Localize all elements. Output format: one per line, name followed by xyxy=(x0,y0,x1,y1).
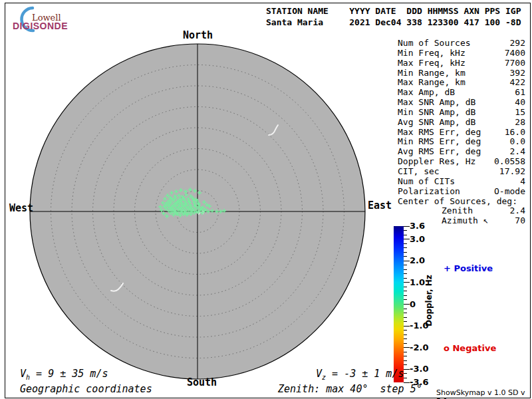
info-value: 0.0 xyxy=(510,136,525,146)
info-label: Num of Sources xyxy=(398,38,471,48)
info-label: Polarization xyxy=(398,186,460,196)
info-label: CIT, sec xyxy=(398,166,440,176)
horizontal-velocity-readout: Vh = 9 ± 35 m/s xyxy=(20,368,108,381)
colorbar-tick xyxy=(404,321,407,322)
colorbar-tick xyxy=(404,261,410,261)
colorbar-tick xyxy=(404,226,410,227)
colorbar-tick-label: 2.0 xyxy=(410,255,425,265)
colorbar-tick xyxy=(404,295,407,296)
colorbar-tick xyxy=(404,287,407,287)
info-label: Min RMS Err, deg xyxy=(398,136,481,146)
info-value: 292 xyxy=(510,38,525,48)
colorbar-tick-label: -1.0 xyxy=(410,321,428,331)
vh-symbol: V xyxy=(20,368,26,380)
info-value: 2.4 xyxy=(510,146,525,156)
coordinates-mode-label: Geographic coordinates xyxy=(20,383,152,395)
colorbar-tick xyxy=(404,382,410,383)
info-value: 17.92 xyxy=(499,166,525,176)
colorbar-tick xyxy=(404,364,407,365)
colorbar-tick xyxy=(404,347,410,348)
info-row: Max SNR Amp, dB40 xyxy=(398,97,525,107)
info-row: Avg RMS Err, deg2.4 xyxy=(398,146,525,156)
info-value: 4 xyxy=(520,176,525,186)
info-label: Doppler Res, Hz xyxy=(398,156,475,166)
colorbar-tick xyxy=(404,265,407,265)
station-header: STATION NAME YYYY DATE DDD HHMMSS AXN PP… xyxy=(266,5,521,28)
info-value: O-mode xyxy=(494,186,525,196)
colorbar-tick xyxy=(404,247,407,248)
info-row: Max Amp, dB61 xyxy=(398,87,525,97)
info-value: 392 xyxy=(510,68,525,78)
colorbar-tick-label: 1.0 xyxy=(410,277,425,287)
info-row: Num of CITs4 xyxy=(398,176,525,186)
info-label: Zenith xyxy=(442,205,473,215)
info-label: Max Range, km xyxy=(398,77,466,87)
info-row: CIT, sec17.92 xyxy=(398,166,525,176)
info-value: 7700 xyxy=(505,58,525,68)
measurement-info-panel: Num of Sources292Min Freq, kHz7400Max Fr… xyxy=(398,38,525,225)
colorbar-tick xyxy=(404,282,410,283)
legend-positive: + Positive xyxy=(444,263,493,273)
info-row: Min RMS Err, deg0.0 xyxy=(398,136,525,146)
info-row: Max Range, km422 xyxy=(398,77,525,87)
colorbar-tick xyxy=(404,243,407,244)
colorbar-tick xyxy=(404,326,410,327)
header-values-row: Santa Maria 2021 Dec04 338 123300 417 10… xyxy=(266,17,521,28)
info-row: Max RMS Err, deg16.0 xyxy=(398,127,525,137)
info-value: 15 xyxy=(515,107,525,117)
colorbar-tick-label: 0 xyxy=(410,299,416,309)
logo-digisonde-text: DIGISONDE xyxy=(13,21,68,31)
info-row: Center of Sources, deg: xyxy=(398,196,525,206)
doppler-colorbar xyxy=(394,226,404,382)
info-label: Min Freq, kHz xyxy=(398,48,466,58)
info-row: Max Freq, kHz7700 xyxy=(398,58,525,68)
showskymap-window: Lowell DIGISONDE STATION NAME YYYY DATE … xyxy=(0,0,532,399)
info-row: Min Freq, kHz7400 xyxy=(398,48,525,58)
info-row: Avg SNR Amp, dB28 xyxy=(398,117,525,127)
colorbar-tick xyxy=(404,273,407,274)
header-columns-row: STATION NAME YYYY DATE DDD HHMMSS AXN PP… xyxy=(266,5,521,17)
info-value: 2.4 xyxy=(510,205,525,215)
info-label: Max SNR Amp, dB xyxy=(398,97,475,107)
colorbar-tick xyxy=(404,317,407,318)
colorbar-tick xyxy=(404,252,407,253)
software-version-label: ShowSkymap v 1.0 SD v 5.1 xyxy=(436,388,532,399)
colorbar-tick xyxy=(404,235,407,235)
info-value: 0.0558 xyxy=(494,156,525,166)
colorbar-tick-label: 3.6 xyxy=(410,221,425,231)
info-value: 16.0 xyxy=(505,127,525,137)
colorbar-tick xyxy=(404,338,407,339)
info-label: Min Range, km xyxy=(398,68,466,78)
info-label: Max Freq, kHz xyxy=(398,58,466,68)
info-row: Num of Sources292 xyxy=(398,38,525,48)
info-label: Num of CITs xyxy=(398,176,455,186)
vz-value: = -3 ± 1 m/s xyxy=(326,368,404,380)
info-label: Center of Sources, deg: xyxy=(398,196,517,206)
colorbar-tick xyxy=(404,291,407,291)
info-value: 7400 xyxy=(505,48,525,58)
colorbar-tick xyxy=(404,256,407,257)
colorbar-tick xyxy=(404,304,410,305)
compass-label-south: South xyxy=(187,376,217,388)
colorbar-tick xyxy=(404,239,410,239)
info-value: 70 xyxy=(515,215,525,225)
colorbar-tick-label: -3.6 xyxy=(410,377,428,387)
compass-label-west: West xyxy=(9,202,33,214)
info-value: 40 xyxy=(515,97,525,107)
info-value: 28 xyxy=(515,117,525,127)
info-label: Avg RMS Err, deg xyxy=(398,146,481,156)
colorbar-tick-label: -2.0 xyxy=(410,342,428,352)
info-row: Zenith2.4 xyxy=(398,205,525,215)
colorbar-tick xyxy=(404,299,407,300)
colorbar-tick xyxy=(404,269,407,270)
colorbar-axis-title: Doppler, Hz xyxy=(424,275,434,327)
compass-label-north: North xyxy=(183,29,213,41)
compass-label-east: East xyxy=(368,200,392,211)
info-row: Doppler Res, Hz0.0558 xyxy=(398,156,525,166)
colorbar-tick xyxy=(404,313,407,313)
colorbar-tick xyxy=(404,360,407,361)
info-label: Azimuth ↖ xyxy=(442,215,488,225)
lowell-digisonde-logo: Lowell DIGISONDE xyxy=(7,3,93,32)
info-label: Avg SNR Amp, dB xyxy=(398,117,475,127)
vh-value: = 9 ± 35 m/s xyxy=(30,368,108,380)
